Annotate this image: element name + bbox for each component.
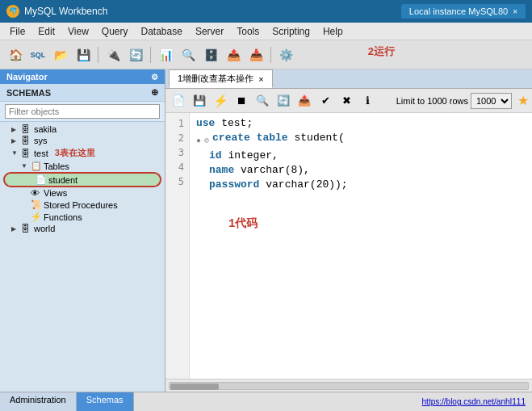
- toolbar-refresh[interactable]: 🔄: [125, 44, 146, 65]
- ed-check-btn[interactable]: ✔: [316, 91, 335, 111]
- code-editor: 1 2 3 4 5 use test; ● ⊖ create table stu…: [165, 113, 532, 379]
- schema-item-test[interactable]: ▼ 🗄 test 3表在这里: [0, 146, 165, 160]
- ed-export-btn[interactable]: 📤: [295, 91, 314, 111]
- toolbar-home[interactable]: 🏠: [5, 44, 26, 65]
- editor-scrollbar[interactable]: [165, 379, 532, 392]
- editor-toolbar: 📄 💾 ⚡ ⏹ 🔍 🔄 📤 ✔ ✖ ℹ Limit to 1000 rows 1…: [165, 89, 532, 113]
- ed-stop-btn[interactable]: ⏹: [232, 91, 251, 111]
- scroll-track[interactable]: [169, 382, 529, 390]
- menu-tools[interactable]: Tools: [230, 24, 266, 39]
- schema-item-sys[interactable]: ▶ 🗄 sys: [0, 135, 165, 146]
- schema-item-sakila[interactable]: ▶ 🗄 sakila: [0, 124, 165, 135]
- nav-refresh-icon[interactable]: ⚙: [151, 73, 158, 82]
- code-line-5: password varchar(20));: [196, 178, 526, 192]
- line-bullet-2: ●: [196, 134, 201, 149]
- toolbar-schema[interactable]: 🗄️: [200, 44, 221, 65]
- nav-header: Navigator ⚙: [0, 69, 165, 84]
- toolbar-settings[interactable]: ⚙️: [275, 44, 296, 65]
- admin-tab[interactable]: Administration: [0, 392, 77, 411]
- menubar: File Edit View Query Database Server Too…: [0, 23, 532, 40]
- scroll-thumb[interactable]: [170, 384, 219, 390]
- expand-icon: ▶: [11, 137, 19, 145]
- line-num-2: 2: [165, 131, 189, 145]
- ed-run-btn[interactable]: ⚡: [211, 91, 230, 111]
- menu-server[interactable]: Server: [189, 24, 230, 39]
- views-item[interactable]: 👁 Views: [0, 187, 165, 199]
- menu-file[interactable]: File: [3, 24, 31, 39]
- schema-label: sys: [34, 136, 48, 145]
- table-icon: 📄: [36, 174, 47, 185]
- code-line-1: use test;: [196, 116, 526, 131]
- toolbar-sep2: [150, 47, 151, 63]
- expand-icon: ▶: [11, 126, 19, 133]
- code-text-3: id integer,: [209, 149, 279, 163]
- toolbar-import[interactable]: 📥: [245, 44, 266, 65]
- schema-icon: 🗄: [21, 136, 32, 145]
- run-annotation: 2运行: [368, 44, 395, 59]
- instance-tab-label: Local instance MySQL80: [409, 6, 508, 16]
- code-line-3: id integer,: [196, 149, 526, 163]
- ed-refresh-btn[interactable]: 🔄: [274, 91, 293, 111]
- line-num-5: 5: [165, 174, 189, 189]
- favorite-icon[interactable]: ★: [517, 93, 529, 108]
- filter-input[interactable]: [5, 104, 160, 119]
- procedures-item[interactable]: 📜 Stored Procedures: [0, 199, 165, 211]
- toolbar-save[interactable]: 💾: [73, 44, 94, 65]
- toolbar-connect[interactable]: 🔌: [103, 44, 124, 65]
- instance-tab-close[interactable]: ×: [513, 7, 517, 16]
- procedures-label: Stored Procedures: [44, 200, 118, 210]
- schema-item-world[interactable]: ▶ 🗄 world: [0, 223, 165, 234]
- schema-label: world: [34, 224, 55, 233]
- schemas-label: SCHEMAS: [6, 88, 51, 98]
- code-line-4: name varchar(8),: [196, 163, 526, 178]
- ed-new-btn[interactable]: 📄: [169, 91, 188, 111]
- toolbar-sql[interactable]: SQL: [27, 44, 48, 65]
- procedures-icon: 📜: [31, 199, 42, 210]
- menu-scripting[interactable]: Scripting: [266, 24, 316, 39]
- menu-edit[interactable]: Edit: [31, 24, 61, 39]
- statusbar: Administration Schemas https://blog.csdn…: [0, 392, 532, 411]
- tables-item[interactable]: ▼ 📋 Tables: [0, 160, 165, 172]
- app-icon: 🐬: [6, 5, 19, 18]
- ed-search-btn[interactable]: 🔍: [253, 91, 272, 111]
- schemas-tab[interactable]: Schemas: [77, 392, 134, 411]
- navigator-panel: Navigator ⚙ SCHEMAS ⊕ ▶ 🗄 sakila ▶ 🗄 sys: [0, 69, 165, 392]
- limit-select[interactable]: 1000 500 200: [471, 93, 512, 109]
- toolbar-open[interactable]: 📂: [50, 44, 71, 65]
- code-text-2: create table student(: [212, 131, 345, 145]
- menu-database[interactable]: Database: [135, 24, 189, 39]
- functions-label: Functions: [44, 212, 82, 222]
- table-label: student: [48, 175, 77, 185]
- schemas-add-icon[interactable]: ⊕: [151, 87, 158, 98]
- schema-label: sakila: [34, 124, 57, 134]
- schema-icon: 🗄: [21, 124, 32, 134]
- menu-help[interactable]: Help: [316, 24, 350, 39]
- ed-info-btn[interactable]: ℹ: [358, 91, 377, 111]
- schema-icon: 🗄: [21, 149, 32, 158]
- editor-tab-close[interactable]: ×: [258, 74, 263, 84]
- schema-tree: ▶ 🗄 sakila ▶ 🗄 sys ▼ 🗄 test 3表在这里 ▼ 📋: [0, 122, 165, 392]
- nav-header-label: Navigator: [6, 72, 48, 82]
- ed-cancel-btn[interactable]: ✖: [337, 91, 356, 111]
- editor-tab-main[interactable]: 1增删改查基本操作 ×: [169, 69, 273, 88]
- expand-icon: ▼: [21, 162, 29, 170]
- tables-icon: 📋: [31, 161, 42, 171]
- line-num-1: 1: [165, 116, 189, 131]
- line-num-3: 3: [165, 145, 189, 160]
- schema-icon: 🗄: [21, 224, 32, 233]
- table-item-student[interactable]: 📄 student: [3, 172, 161, 187]
- code-content[interactable]: use test; ● ⊖ create table student( id i…: [190, 113, 532, 379]
- menu-view[interactable]: View: [61, 24, 95, 39]
- ed-save-btn[interactable]: 💾: [190, 91, 209, 111]
- toolbar-table[interactable]: 📊: [155, 44, 176, 65]
- functions-item[interactable]: ⚡ Functions: [0, 211, 165, 223]
- tables-label: Tables: [44, 161, 69, 171]
- code-line-2: ● ⊖ create table student(: [196, 131, 526, 149]
- code-annotation: 1代码: [228, 216, 526, 231]
- toolbar-export[interactable]: 📤: [223, 44, 244, 65]
- instance-tab[interactable]: Local instance MySQL80 ×: [401, 4, 526, 19]
- test-annotation: 3表在这里: [55, 147, 95, 159]
- app-title: MySQL Workbench: [24, 6, 401, 17]
- menu-query[interactable]: Query: [95, 24, 135, 39]
- toolbar-query[interactable]: 🔍: [178, 44, 199, 65]
